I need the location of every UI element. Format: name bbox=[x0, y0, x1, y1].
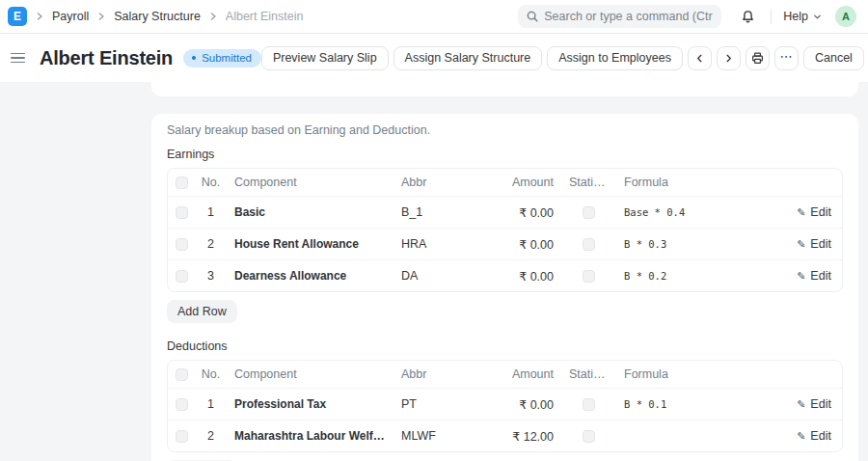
component-cell[interactable]: Basic bbox=[227, 199, 393, 226]
formula-cell[interactable]: B * 0.1 bbox=[616, 392, 786, 417]
amount-cell[interactable]: ₹ 12.00 bbox=[450, 422, 561, 450]
abbr-cell[interactable]: B_1 bbox=[393, 199, 450, 226]
column-header-component: Component bbox=[227, 169, 393, 196]
table-row: 1 Professional Tax PT ₹ 0.00 B * 0.1 ✎ E… bbox=[168, 388, 842, 420]
row-number: 2 bbox=[195, 422, 227, 449]
row-checkbox[interactable] bbox=[176, 430, 188, 443]
status-dot-icon bbox=[192, 56, 196, 60]
formula-cell[interactable]: B * 0.2 bbox=[616, 263, 786, 288]
table-row: 1 Basic B_1 ₹ 0.00 Base * 0.4 ✎ Edit bbox=[168, 196, 842, 228]
select-all-checkbox[interactable] bbox=[176, 176, 188, 189]
component-cell[interactable]: Maharashtra Labour Welfare Fund bbox=[227, 422, 393, 449]
print-button[interactable] bbox=[746, 46, 770, 70]
amount-cell[interactable]: ₹ 0.00 bbox=[450, 199, 561, 227]
row-checkbox[interactable] bbox=[176, 206, 188, 219]
chevron-right-icon bbox=[36, 13, 43, 20]
help-label: Help bbox=[783, 10, 808, 23]
deductions-table: No. Component Abbr Amount Statistic... F… bbox=[167, 360, 843, 452]
bell-icon bbox=[741, 10, 755, 24]
notifications-button[interactable] bbox=[737, 8, 759, 26]
column-header-formula: Formula bbox=[616, 169, 786, 196]
preview-salary-slip-button[interactable]: Preview Salary Slip bbox=[261, 46, 389, 70]
row-checkbox[interactable] bbox=[176, 398, 188, 411]
row-number: 1 bbox=[195, 199, 227, 226]
formula-cell[interactable] bbox=[616, 429, 786, 443]
salary-breakup-card: Salary breakup based on Earning and Dedu… bbox=[151, 114, 858, 461]
avatar-letter: A bbox=[842, 11, 850, 22]
page-title: Albert Einstein bbox=[40, 47, 173, 69]
next-document-button[interactable] bbox=[717, 46, 741, 70]
pencil-icon: ✎ bbox=[797, 206, 805, 219]
ellipsis-icon: ⋯ bbox=[779, 50, 793, 63]
navbar: E Payroll Salary Structure Albert Einste… bbox=[0, 0, 868, 34]
section-description: Salary breakup based on Earning and Dedu… bbox=[167, 122, 843, 138]
formula-cell[interactable]: B * 0.3 bbox=[616, 231, 786, 257]
table-row: 2 House Rent Allowance HRA ₹ 0.00 B * 0.… bbox=[168, 228, 842, 259]
column-header-component: Component bbox=[227, 361, 393, 388]
abbr-cell[interactable]: HRA bbox=[393, 230, 450, 258]
earnings-add-row-button[interactable]: Add Row bbox=[167, 300, 237, 323]
column-header-abbr: Abbr bbox=[393, 169, 450, 196]
menu-ellipsis-button[interactable]: ⋯ bbox=[774, 46, 799, 70]
column-header-formula: Formula bbox=[616, 361, 786, 388]
app-logo[interactable]: E bbox=[8, 7, 27, 26]
abbr-cell[interactable]: DA bbox=[393, 262, 450, 289]
row-number: 3 bbox=[195, 262, 227, 289]
amount-cell[interactable]: ₹ 0.00 bbox=[450, 230, 561, 258]
breadcrumb-current: Albert Einstein bbox=[226, 10, 304, 23]
abbr-cell[interactable]: PT bbox=[393, 391, 450, 418]
edit-row-button[interactable]: ✎ Edit bbox=[793, 235, 835, 253]
chevron-right-icon bbox=[209, 13, 217, 20]
table-row: 2 Maharashtra Labour Welfare Fund MLWF ₹… bbox=[168, 420, 842, 451]
pencil-icon: ✎ bbox=[797, 238, 805, 251]
row-checkbox[interactable] bbox=[176, 270, 188, 283]
column-header-no: No. bbox=[195, 361, 227, 388]
assign-to-employees-button[interactable]: Assign to Employees bbox=[547, 46, 683, 70]
status-badge: Submitted bbox=[183, 49, 261, 68]
sidebar-toggle-icon[interactable] bbox=[9, 49, 27, 68]
help-dropdown[interactable]: Help bbox=[783, 10, 822, 23]
pencil-icon: ✎ bbox=[797, 430, 805, 443]
edit-row-button[interactable]: ✎ Edit bbox=[793, 395, 835, 413]
chevron-right-icon bbox=[97, 13, 105, 20]
navbar-divider bbox=[771, 9, 772, 24]
component-cell[interactable]: Professional Tax bbox=[227, 391, 393, 418]
previous-section-card bbox=[151, 82, 858, 96]
abbr-cell[interactable]: MLWF bbox=[393, 422, 450, 449]
pencil-icon: ✎ bbox=[797, 270, 805, 283]
statistical-component-checkbox[interactable] bbox=[583, 398, 595, 411]
breadcrumb-payroll[interactable]: Payroll bbox=[52, 10, 89, 23]
row-number: 2 bbox=[195, 230, 227, 258]
column-header-statistical: Statistic... bbox=[561, 361, 616, 388]
search-placeholder: Search or type a command (Ctrl + G) bbox=[544, 10, 713, 23]
user-avatar[interactable]: A bbox=[835, 6, 856, 27]
breadcrumb-salary-structure[interactable]: Salary Structure bbox=[114, 10, 201, 23]
search-input[interactable]: Search or type a command (Ctrl + G) bbox=[518, 5, 721, 28]
breadcrumb: Payroll Salary Structure Albert Einstein bbox=[27, 10, 303, 23]
cancel-button[interactable]: Cancel bbox=[803, 46, 864, 70]
edit-row-button[interactable]: ✎ Edit bbox=[793, 203, 835, 221]
row-checkbox[interactable] bbox=[176, 238, 188, 251]
statistical-component-checkbox[interactable] bbox=[583, 270, 595, 283]
amount-cell[interactable]: ₹ 0.00 bbox=[450, 391, 561, 419]
previous-document-button[interactable] bbox=[688, 46, 712, 70]
statistical-component-checkbox[interactable] bbox=[583, 238, 595, 251]
row-number: 1 bbox=[195, 391, 227, 418]
search-icon bbox=[527, 11, 538, 22]
formula-cell[interactable]: Base * 0.4 bbox=[616, 200, 786, 225]
assign-salary-structure-button[interactable]: Assign Salary Structure bbox=[393, 46, 543, 70]
page-actions: Preview Salary Slip Assign Salary Struct… bbox=[261, 46, 864, 70]
content-area: Salary breakup based on Earning and Dedu… bbox=[0, 82, 868, 461]
edit-row-button[interactable]: ✎ Edit bbox=[793, 267, 835, 285]
column-header-amount: Amount bbox=[450, 361, 561, 388]
amount-cell[interactable]: ₹ 0.00 bbox=[450, 262, 561, 290]
component-cell[interactable]: House Rent Allowance bbox=[227, 230, 393, 258]
earnings-section-label: Earnings bbox=[167, 148, 843, 161]
select-all-checkbox[interactable] bbox=[176, 368, 188, 381]
edit-row-button[interactable]: ✎ Edit bbox=[793, 427, 835, 445]
statistical-component-checkbox[interactable] bbox=[583, 430, 595, 443]
pencil-icon: ✎ bbox=[797, 398, 805, 411]
component-cell[interactable]: Dearness Allowance bbox=[227, 262, 393, 289]
statistical-component-checkbox[interactable] bbox=[583, 206, 595, 219]
column-header-amount: Amount bbox=[450, 169, 561, 196]
